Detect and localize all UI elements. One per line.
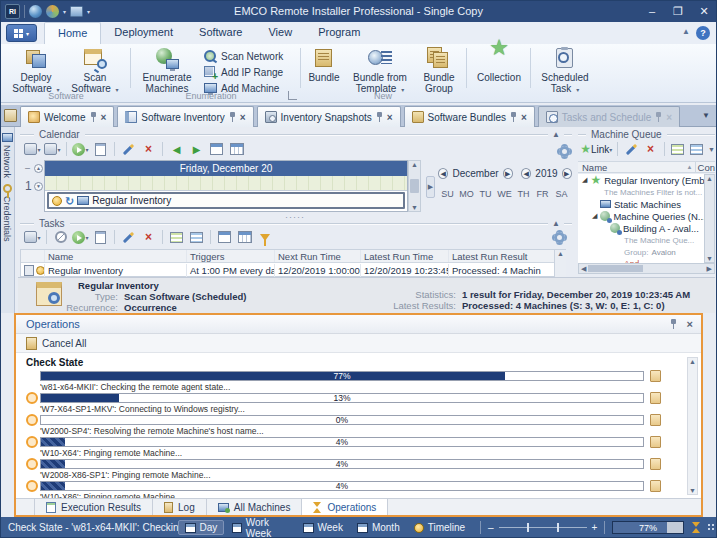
resize-grip[interactable] <box>707 523 715 532</box>
cancel-operation-button[interactable] <box>650 436 661 448</box>
delete-queue-button[interactable]: × <box>643 141 659 157</box>
machine-queue-hscrollbar[interactable]: ◀▶ <box>578 263 715 274</box>
layout-horizontal-button[interactable] <box>168 229 185 245</box>
side-tab-credentials[interactable]: Credentials <box>0 184 14 242</box>
calendar-view-button[interactable] <box>228 141 245 157</box>
view-month-button[interactable]: Month <box>351 521 406 534</box>
cancel-operation-button[interactable] <box>650 370 661 382</box>
filter-button[interactable] <box>256 229 273 245</box>
tab-software-bundles[interactable]: Software Bundles × <box>404 106 535 127</box>
collection-button[interactable]: ★ Collection <box>470 46 528 83</box>
tab-list-dropdown-icon[interactable]: ▼ <box>702 111 710 120</box>
ribbon-tab-program[interactable]: Program <box>305 22 373 44</box>
tab-software-inventory[interactable]: Software Inventory × <box>117 106 253 127</box>
view-timeline-button[interactable]: Timeline <box>408 521 471 534</box>
expander-icon[interactable]: ◢ <box>592 212 597 220</box>
scheduled-task-button[interactable]: ScheduledTask <box>534 46 596 96</box>
calendar-event[interactable]: ↻ Regular Inventory <box>47 192 405 209</box>
tab-operations[interactable]: Operations <box>302 499 388 515</box>
machine-queue-vscrollbar[interactable]: ▲▼ <box>704 174 715 263</box>
qat-customize-icon[interactable]: ▾ <box>87 8 90 15</box>
ribbon-tab-home[interactable]: Home <box>44 22 101 44</box>
pin-icon[interactable] <box>655 112 662 122</box>
side-tab-network[interactable]: Network <box>0 133 14 178</box>
dialog-launcher-icon[interactable] <box>288 91 297 100</box>
column-name[interactable]: Name <box>45 250 187 262</box>
bundle-group-button[interactable]: BundleGroup <box>416 46 462 94</box>
layout-list-button[interactable] <box>188 229 205 245</box>
tasks-table-header[interactable]: Name Triggers Next Run Time Latest Run T… <box>21 250 565 263</box>
calendar-scrollbar[interactable]: ▲▼ <box>408 160 421 212</box>
tab-welcome[interactable]: Welcome × <box>20 106 114 127</box>
theme-dropdown-icon[interactable]: ▾ <box>63 8 66 15</box>
slider-thumb[interactable] <box>557 523 559 532</box>
deploy-software-button[interactable]: DeploySoftware <box>8 46 64 96</box>
tab-execution-results[interactable]: Execution Results <box>34 499 153 515</box>
delete-task-button[interactable]: × <box>140 229 157 245</box>
cancel-operation-button[interactable] <box>650 480 661 492</box>
queue-list-view-button[interactable] <box>670 141 686 157</box>
new-task-button[interactable]: ▾ <box>24 229 41 245</box>
tree-item-regular-inventory[interactable]: ◢ ★ Regular Inventory (Emb... <box>578 174 704 186</box>
expander-icon[interactable]: ◢ <box>582 176 587 184</box>
scan-software-button[interactable]: ScanSoftware <box>66 46 124 96</box>
previous-year-icon[interactable]: ◀ <box>521 168 531 179</box>
bundle-from-template-button[interactable]: Bundle fromTemplate <box>346 46 414 96</box>
datepicker-splitter-button[interactable]: ▶ <box>426 176 435 198</box>
tree-item-static-machines[interactable]: Static Machines <box>578 198 704 210</box>
autohide-pin-icon[interactable] <box>670 319 677 329</box>
close-tab-icon[interactable]: × <box>666 112 672 123</box>
zoom-out-icon[interactable]: – <box>488 522 494 533</box>
ribbon-tab-software[interactable]: Software <box>186 22 255 44</box>
close-tab-icon[interactable]: × <box>521 112 527 123</box>
next-month-icon[interactable]: ▶ <box>503 168 513 179</box>
close-button[interactable]: ✕ <box>691 1 717 21</box>
run-task-button[interactable]: ▾ <box>72 141 89 157</box>
task-row[interactable]: Regular Inventory At 1:00 PM every day 1… <box>21 263 565 277</box>
column-comment[interactable]: Con <box>698 162 715 173</box>
close-tab-icon[interactable]: × <box>101 112 107 123</box>
task-details-button[interactable] <box>92 229 109 245</box>
go-to-date-button[interactable] <box>208 141 225 157</box>
new-task-button[interactable]: ▾ <box>24 141 41 157</box>
tasks-collapse-icon[interactable]: ▲ <box>548 219 564 228</box>
application-menu-button[interactable]: ▾ <box>6 24 37 42</box>
tasks-table-scrollbar[interactable]: ▲ <box>554 250 566 277</box>
view-icon[interactable] <box>70 6 83 17</box>
expand-down-icon[interactable]: ▼ <box>34 182 43 191</box>
new-tab-button[interactable] <box>4 109 17 122</box>
column-latest-run-result[interactable]: Latest Run Result <box>449 250 565 262</box>
close-panel-icon[interactable]: × <box>687 318 693 330</box>
cancel-all-button[interactable]: Cancel All <box>42 338 86 349</box>
next-year-icon[interactable]: ▶ <box>562 168 572 179</box>
scan-network-button[interactable]: Scan Network <box>204 49 283 63</box>
help-button[interactable]: ? <box>696 26 710 40</box>
edit-task-button[interactable] <box>120 141 137 157</box>
zoom-in-icon[interactable]: + <box>592 522 598 533</box>
column-name[interactable]: Name <box>578 162 687 173</box>
delete-task-button[interactable]: × <box>140 141 157 157</box>
cancel-operation-button[interactable] <box>650 458 661 470</box>
queue-more-icon[interactable]: ▼ <box>708 146 715 153</box>
next-day-button[interactable]: ▶ <box>188 141 205 157</box>
task-details-button[interactable] <box>92 141 109 157</box>
column-triggers[interactable]: Triggers <box>187 250 275 262</box>
calendar-settings-gear-icon[interactable] <box>556 143 573 159</box>
tree-item-machine-queries[interactable]: ◢ Machine Queries (N... <box>578 210 704 222</box>
edit-task-button[interactable] <box>120 229 137 245</box>
tab-log[interactable]: Log <box>153 499 207 515</box>
network-scan-icon[interactable] <box>29 5 42 18</box>
close-tab-icon[interactable]: × <box>240 112 246 123</box>
tab-tasks-and-schedule[interactable]: Tasks and Schedule × <box>538 106 680 127</box>
pin-icon[interactable] <box>229 112 236 122</box>
pin-icon[interactable] <box>376 112 383 122</box>
pin-icon[interactable] <box>510 112 517 122</box>
ribbon-tab-deployment[interactable]: Deployment <box>101 22 186 44</box>
ribbon-tab-view[interactable]: View <box>255 22 305 44</box>
link-queue-button[interactable]: ★Link▾ <box>580 141 612 157</box>
view-day-button[interactable]: Day <box>178 520 225 535</box>
operations-scrollbar[interactable]: ▲▼ <box>687 357 698 495</box>
machine-queue-column-headers[interactable]: Name ▲ Con <box>578 161 715 173</box>
column-chooser-button[interactable] <box>236 229 253 245</box>
previous-day-button[interactable]: ◀ <box>168 141 185 157</box>
